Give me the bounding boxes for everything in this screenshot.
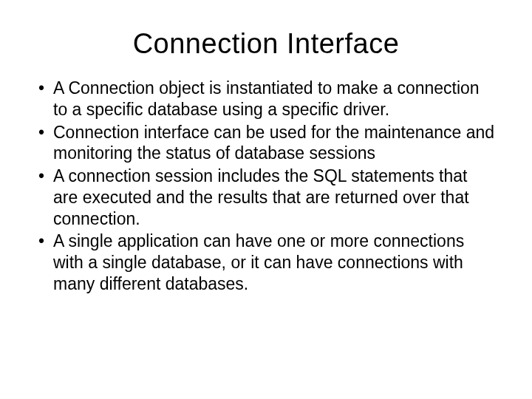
list-item: Connection interface can be used for the… [37,122,495,165]
bullet-list: A Connection object is instantiated to m… [37,78,495,295]
slide-title: Connection Interface [37,28,495,60]
list-item: A connection session includes the SQL st… [37,166,495,229]
list-item: A Connection object is instantiated to m… [37,78,495,120]
slide: Connection Interface A Connection object… [0,0,532,399]
list-item: A single application can have one or mor… [37,231,495,294]
